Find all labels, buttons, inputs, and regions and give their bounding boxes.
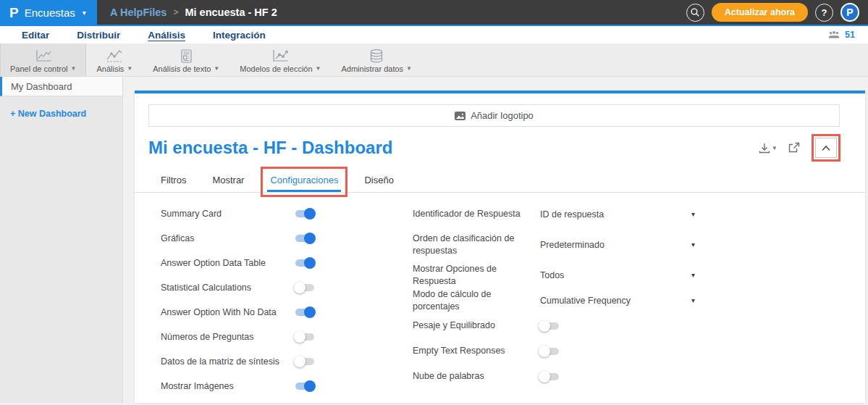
breadcrumb-separator: > (173, 7, 178, 17)
toggle-switch[interactable] (295, 333, 314, 341)
menu-item-analisis[interactable]: Análisis (148, 30, 185, 41)
setting-row: Identificador de Respuesta ID de respues… (413, 201, 695, 227)
questionpro-logo-icon: P (9, 6, 19, 20)
toggle-switch[interactable] (540, 373, 559, 380)
setting-label: Statistical Calculations (161, 283, 251, 293)
toggle-knob (304, 208, 316, 220)
dropdown-respuesta-id[interactable]: ID de respuesta ▾ (540, 209, 695, 220)
settings-column-left: Summary Card Gráficas Answer Option Data… (161, 201, 314, 398)
setting-row: Answer Option With No Data (161, 300, 314, 325)
breadcrumb: A HelpFiles > Mi encuesta - HF 2 (110, 7, 277, 18)
tab-filtros[interactable]: Filtros (161, 175, 186, 192)
breadcrumb-folder[interactable]: A HelpFiles (110, 7, 167, 18)
setting-label: Answer Option Data Table (161, 258, 266, 268)
chevron-down-icon: ▾ (691, 271, 695, 279)
product-name: Encuestas (25, 7, 75, 19)
toolbar-item-modelos-de-eleccion[interactable]: Modelos de elección▼ (229, 43, 331, 76)
menu-item-distribuir[interactable]: Distribuir (77, 30, 120, 41)
setting-label: Empty Text Responses (413, 345, 540, 357)
settings-body: Summary Card Gráficas Answer Option Data… (135, 193, 865, 398)
setting-row: Mostrar Imágenes (161, 374, 314, 398)
toggle-switch[interactable] (295, 358, 314, 365)
highlight-box (812, 134, 840, 162)
chevron-down-icon: ▾ (83, 9, 86, 17)
dropdown-modo-calculo[interactable]: Cumulative Frequency ▾ (540, 296, 695, 306)
dropdown-orden-clasificacion[interactable]: Predeterminado ▾ (540, 240, 695, 250)
toolbar-item-analisis-de-texto[interactable]: Análisis de texto▼ (143, 43, 229, 76)
search-button[interactable] (686, 4, 704, 22)
toggle-switch[interactable] (540, 348, 559, 355)
chevron-down-icon: ▼ (316, 65, 321, 72)
setting-row: Nube de palabras (413, 364, 695, 389)
setting-row: Mostrar Opciones de Respuesta Todos ▾ (413, 262, 695, 288)
dashboard-panel: Añadir logotipo Mi encuesta - HF - Dashb… (135, 91, 865, 403)
toolbar-item-label: Análisis de texto (153, 64, 211, 73)
tab-configuraciones[interactable]: Configuraciones (270, 175, 338, 192)
setting-row: Números de Preguntas (161, 325, 314, 349)
dashboard-sidebar: My Dashboard + New Dashboard (0, 77, 123, 403)
setting-label: Answer Option With No Data (161, 307, 277, 317)
sidebar-item-my-dashboard[interactable]: My Dashboard (0, 77, 122, 96)
toggle-knob (294, 356, 306, 367)
menu-item-editar[interactable]: Editar (22, 30, 49, 41)
toggle-switch[interactable] (540, 322, 559, 330)
tab-mostrar[interactable]: Mostrar (212, 175, 244, 192)
tab-diseno[interactable]: Diseño (364, 175, 393, 192)
product-switcher[interactable]: P Encuestas ▾ (0, 0, 97, 25)
toggle-switch[interactable] (295, 309, 314, 316)
chevron-down-icon: ▼ (71, 65, 77, 72)
toggle-knob (539, 346, 550, 357)
settings-tabs: Filtros Mostrar Configuraciones Diseño (161, 175, 865, 192)
help-icon: ? (822, 7, 827, 18)
database-icon (367, 49, 386, 64)
toggle-knob (294, 282, 306, 293)
update-now-button[interactable]: Actualizar ahora (712, 3, 808, 22)
toggle-switch[interactable] (295, 284, 314, 291)
setting-label: Mostrar Opciones de Respuesta (413, 263, 540, 288)
respondents-counter[interactable]: 51 (827, 30, 855, 40)
toggle-knob (539, 371, 550, 383)
toggle-switch[interactable] (295, 235, 314, 242)
dropdown-value: Predeterminado (540, 240, 604, 250)
collapse-button[interactable] (815, 138, 837, 158)
settings-column-right: Identificador de Respuesta ID de respues… (413, 201, 695, 398)
dropdown-mostrar-opciones[interactable]: Todos ▾ (540, 270, 695, 280)
analysis-toolbar: Panel de control▼ Análisis▼ Análisis de … (0, 43, 868, 77)
setting-control (540, 373, 695, 380)
setting-label: Gráficas (161, 233, 195, 243)
share-button[interactable] (788, 142, 800, 154)
account-avatar[interactable]: P (840, 3, 859, 22)
chevron-down-icon: ▼ (406, 65, 412, 72)
new-dashboard-button[interactable]: + New Dashboard (10, 109, 122, 119)
download-icon (759, 143, 770, 154)
download-button[interactable]: ▾ (759, 143, 776, 154)
setting-row: Empty Text Responses (413, 338, 695, 364)
toolbar-item-administrar-datos[interactable]: Administrar datos▼ (332, 43, 423, 76)
help-button[interactable]: ? (815, 4, 833, 22)
people-icon (827, 30, 840, 39)
dropdown-value: Cumulative Frequency (540, 296, 631, 306)
app-body: My Dashboard + New Dashboard Añadir logo… (0, 77, 868, 403)
setting-label: Números de Preguntas (161, 332, 254, 342)
collapse-up-icon (821, 145, 831, 151)
chevron-down-icon: ▼ (127, 65, 132, 72)
toolbar-item-panel-de-control[interactable]: Panel de control▼ (0, 43, 86, 76)
toggle-switch[interactable] (295, 210, 314, 217)
toggle-switch[interactable] (295, 259, 314, 267)
toggle-knob (304, 306, 316, 318)
top-bar: P Encuestas ▾ A HelpFiles > Mi encuesta … (0, 0, 868, 26)
toolbar-item-label: Análisis (96, 64, 124, 73)
respondents-count: 51 (845, 30, 855, 40)
dropdown-value: ID de respuesta (540, 209, 604, 220)
toggle-knob (539, 320, 550, 332)
menu-item-integracion[interactable]: Integración (213, 30, 266, 41)
add-logo-button[interactable]: Añadir logotipo (148, 104, 840, 127)
choice-model-chart-icon (271, 49, 290, 64)
toolbar-item-analisis[interactable]: Análisis▼ (86, 43, 143, 76)
main-content: Añadir logotipo Mi encuesta - HF - Dashb… (123, 77, 868, 403)
setting-row: Statistical Calculations (161, 275, 314, 300)
toggle-switch[interactable] (295, 383, 314, 390)
toolbar-item-label: Modelos de elección (240, 64, 312, 73)
setting-label: Identificador de Respuesta (413, 208, 540, 220)
header-actions: ▾ (759, 134, 840, 162)
